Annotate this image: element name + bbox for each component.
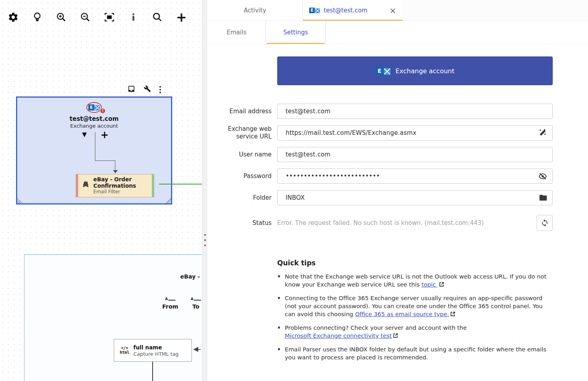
filter-pass-strip bbox=[152, 174, 154, 197]
folder-field-wrap bbox=[277, 190, 553, 205]
exchange-icon: E bbox=[309, 8, 320, 13]
exchange-icon: E bbox=[375, 67, 391, 75]
status-message: Error. The request failed. No such host … bbox=[277, 219, 537, 227]
tab-bar: Activity E test@test.com × bbox=[207, 0, 588, 21]
refresh-status-button[interactable] bbox=[537, 215, 553, 231]
lower-node-title: eBay - bbox=[180, 273, 200, 280]
to-field-label: To bbox=[187, 303, 202, 310]
password-field-wrap bbox=[277, 168, 553, 184]
node-title: test@test.com bbox=[17, 115, 171, 122]
filter-title-line2: Confirmations bbox=[93, 183, 136, 189]
email-filter-icon bbox=[81, 180, 90, 191]
resize-handle[interactable] bbox=[165, 197, 171, 203]
kebab-menu-icon[interactable] bbox=[159, 86, 161, 93]
email-parser-app: + E ! test@test.com Exchan bbox=[0, 0, 588, 381]
connectivity-test-link[interactable]: Microsoft Exchange connectivity test bbox=[285, 333, 392, 339]
filter-detail-node[interactable]: eBay - A From A To </> html full nam bbox=[24, 254, 202, 381]
splitter-grip[interactable] bbox=[204, 234, 206, 246]
flow-canvas[interactable]: + E ! test@test.com Exchan bbox=[0, 0, 202, 381]
tip-item: Note that the Exchange web service URL i… bbox=[277, 273, 554, 289]
add-process-icon[interactable]: + bbox=[101, 129, 109, 140]
password-label: Password bbox=[207, 172, 272, 180]
canvas-toolbar: + bbox=[6, 10, 188, 24]
ews-url-label: Exchange web service URL bbox=[207, 125, 272, 140]
tip-item: Connecting to the Office 365 Exchange se… bbox=[277, 294, 554, 318]
filter-title-line1: eBay - Order bbox=[93, 176, 136, 183]
email-address-input[interactable] bbox=[286, 108, 548, 115]
resize-handle[interactable] bbox=[17, 197, 23, 203]
status-label: Status bbox=[207, 219, 272, 227]
exchange-account-button[interactable]: E Exchange account bbox=[277, 56, 553, 85]
inbox-tray-icon[interactable] bbox=[127, 85, 135, 94]
ews-url-field-wrap bbox=[277, 125, 553, 140]
details-panel: Activity E test@test.com × Emails Settin… bbox=[207, 0, 588, 381]
capture-title: full name bbox=[133, 344, 179, 351]
subtab-bar: Emails Settings bbox=[207, 21, 588, 44]
external-link-icon bbox=[450, 311, 455, 317]
settings-content: E Exchange account Email address Exchang… bbox=[207, 44, 588, 367]
html-code-icon: </> html bbox=[120, 346, 129, 355]
email-filter-node[interactable]: eBay - Order Confirmations Email Filter bbox=[76, 174, 154, 197]
folder-input[interactable] bbox=[286, 194, 539, 201]
connector-line bbox=[152, 362, 153, 381]
connector-line bbox=[115, 160, 115, 170]
exchange-node-icon: E ! bbox=[87, 102, 102, 113]
tab-account[interactable]: E test@test.com × bbox=[302, 0, 403, 20]
email-address-label: Email address bbox=[207, 108, 272, 115]
node-action-bar bbox=[127, 85, 161, 94]
office365-link[interactable]: Office 365 as email source type. bbox=[355, 311, 449, 317]
user-name-label: User name bbox=[207, 151, 272, 158]
autodetect-wand-icon[interactable] bbox=[538, 128, 548, 138]
exchange-logo-grid bbox=[95, 105, 100, 110]
folder-label: Folder bbox=[207, 194, 272, 202]
password-input[interactable] bbox=[286, 172, 538, 180]
email-address-field-wrap bbox=[277, 104, 553, 119]
close-tab-icon[interactable]: × bbox=[389, 6, 396, 14]
node-subtitle: Exchange account bbox=[17, 123, 171, 129]
tip-item: Problems connecting? Check your server a… bbox=[277, 324, 554, 340]
quick-tips-title: Quick tips bbox=[277, 259, 554, 267]
ews-url-input[interactable] bbox=[286, 129, 538, 136]
filter-type: Email Filter bbox=[93, 189, 136, 195]
success-connector-line bbox=[159, 184, 202, 184]
user-name-field-wrap bbox=[277, 147, 553, 162]
quick-tips-section: Quick tips Note that the Exchange web se… bbox=[277, 259, 554, 361]
fit-screen-icon[interactable] bbox=[103, 10, 116, 24]
search-icon[interactable] bbox=[151, 10, 164, 24]
settings-gear-icon[interactable] bbox=[6, 10, 20, 24]
external-link-icon bbox=[439, 282, 444, 287]
filter-fail-strip bbox=[76, 174, 78, 197]
from-field-label: From bbox=[161, 303, 179, 310]
tip-item: Email Parser uses the INBOX folder by de… bbox=[277, 345, 554, 361]
tab-activity[interactable]: Activity bbox=[207, 0, 302, 20]
browse-folder-icon[interactable] bbox=[539, 193, 548, 202]
error-badge: ! bbox=[100, 108, 106, 114]
wrench-icon[interactable] bbox=[144, 85, 151, 94]
filter-dropdown-icon[interactable]: ▼ bbox=[82, 131, 87, 138]
zoom-out-icon[interactable] bbox=[79, 10, 92, 24]
text-field-icon: A bbox=[191, 297, 201, 301]
capture-type: Capture HTML tag bbox=[133, 351, 179, 357]
connector-line bbox=[95, 132, 95, 160]
info-icon[interactable] bbox=[127, 10, 140, 24]
capture-html-tag-node[interactable]: </> html full name Capture HTML tag bbox=[114, 339, 192, 362]
zoom-in-icon[interactable] bbox=[54, 10, 68, 24]
topic-link[interactable]: topic bbox=[421, 281, 437, 288]
exchange-account-button-label: Exchange account bbox=[395, 67, 454, 75]
show-password-eye-off-icon[interactable] bbox=[538, 172, 548, 180]
text-field-icon: A bbox=[165, 297, 175, 301]
external-link-icon bbox=[393, 333, 398, 338]
add-icon[interactable]: + bbox=[175, 10, 188, 24]
tab-account-label: test@test.com bbox=[324, 7, 367, 14]
incoming-arrow-icon bbox=[192, 346, 201, 354]
connector-line bbox=[95, 160, 115, 161]
node-controls: ▼ + bbox=[17, 131, 171, 140]
user-name-input[interactable] bbox=[286, 151, 548, 158]
tab-settings[interactable]: Settings bbox=[266, 21, 326, 44]
tab-emails[interactable]: Emails bbox=[207, 21, 266, 44]
lightbulb-icon[interactable] bbox=[30, 10, 44, 24]
exchange-logo-e: E bbox=[89, 104, 95, 110]
exchange-account-node[interactable]: E ! test@test.com Exchange account ▼ + bbox=[16, 96, 172, 205]
panel-splitter[interactable] bbox=[202, 0, 207, 381]
